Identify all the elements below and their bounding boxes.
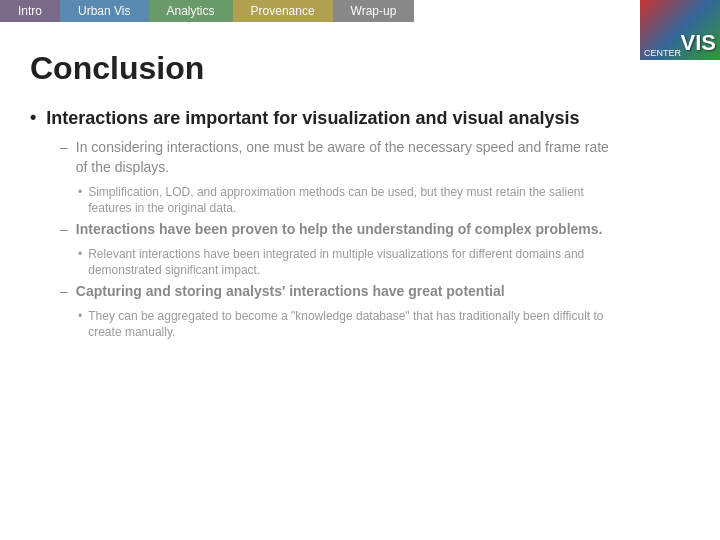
logo-vis-text: VIS [681, 30, 716, 56]
sub-item-3-text: – Capturing and storing analysts' intera… [60, 282, 620, 302]
tab-analytics[interactable]: Analytics [149, 0, 233, 22]
sub-sub-item-2-1: Relevant interactions have been integrat… [78, 246, 620, 278]
tab-urban-vis[interactable]: Urban Vis [60, 0, 148, 22]
sub-sub-list-3: They can be aggregated to become a "know… [78, 308, 620, 340]
sub-item-1: – In considering interactions, one must … [60, 138, 620, 216]
sub-sub-list-2: Relevant interactions have been integrat… [78, 246, 620, 278]
sub-sub-item-3-1: They can be aggregated to become a "know… [78, 308, 620, 340]
main-bullet: Interactions are important for visualiza… [30, 107, 620, 130]
sub-sub-item-3-1-text: They can be aggregated to become a "know… [88, 308, 620, 340]
sub-item-3: – Capturing and storing analysts' intera… [60, 282, 620, 340]
sub-sub-item-2-1-text: Relevant interactions have been integrat… [88, 246, 620, 278]
logo-box: VIS CENTER [640, 0, 720, 60]
tab-wrapup[interactable]: Wrap-up [333, 0, 415, 22]
main-bullet-text: Interactions are important for visualiza… [46, 107, 579, 130]
sub-sub-list-1: Simplification, LOD, and approximation m… [78, 184, 620, 216]
dash-icon-3: – [60, 282, 68, 302]
sub-item-1-label: In considering interactions, one must be… [76, 138, 620, 177]
sub-list: – In considering interactions, one must … [60, 138, 620, 340]
sub-sub-item-1-1: Simplification, LOD, and approximation m… [78, 184, 620, 216]
sub-item-2-label: Interactions have been proven to help th… [76, 220, 603, 240]
tab-intro[interactable]: Intro [0, 0, 60, 22]
main-content: Conclusion Interactions are important fo… [0, 22, 720, 364]
dash-icon-2: – [60, 220, 68, 240]
sub-sub-item-1-1-text: Simplification, LOD, and approximation m… [88, 184, 620, 216]
sub-item-3-label: Capturing and storing analysts' interact… [76, 282, 505, 302]
dash-icon-1: – [60, 138, 68, 158]
sub-item-1-text: – In considering interactions, one must … [60, 138, 620, 177]
page-title: Conclusion [30, 50, 620, 87]
tab-provenance[interactable]: Provenance [233, 0, 333, 22]
sub-item-2-text: – Interactions have been proven to help … [60, 220, 620, 240]
logo-center-text: CENTER [644, 48, 681, 58]
nav-bar: Intro Urban Vis Analytics Provenance Wra… [0, 0, 720, 22]
sub-item-2: – Interactions have been proven to help … [60, 220, 620, 278]
logo-container: VIS CENTER [640, 0, 720, 60]
